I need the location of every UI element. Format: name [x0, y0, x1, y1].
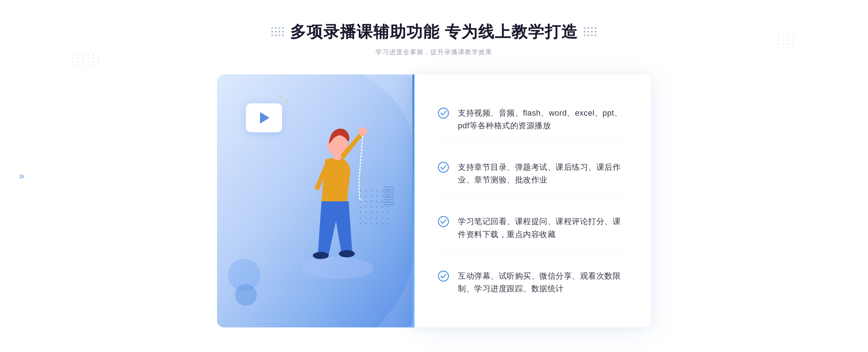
stripe-decoration	[383, 186, 394, 215]
subtitle: 学习进度全掌握，提升录播课教学效果	[375, 48, 492, 56]
accent-bar	[412, 74, 414, 327]
header-section: 多项录播课辅助功能 专为线上教学打造 学习进度全掌握，提升录播课教学效果	[271, 21, 597, 56]
star-decoration-2: ✦	[279, 95, 282, 99]
play-icon	[260, 112, 269, 124]
svg-point-6	[302, 257, 374, 279]
dots-grid-right	[584, 27, 597, 37]
content-area: ✦ ✦	[217, 74, 651, 327]
feature-text-4: 互动弹幕、试听购买、微信分享、观看次数限制、学习进度跟踪、数据统计	[458, 270, 626, 295]
illus-play-bubble	[246, 103, 282, 132]
features-panel: 支持视频、音频、flash、word、excel、ppt、pdf等各种格式的资源…	[412, 74, 651, 327]
check-icon-3	[438, 216, 449, 227]
check-icon-2	[438, 162, 449, 173]
star-decoration-1: ✦	[285, 100, 288, 104]
check-icon-1	[438, 107, 449, 119]
check-icon-4	[438, 270, 449, 282]
svg-point-9	[438, 216, 448, 227]
svg-point-10	[438, 271, 448, 281]
svg-rect-4	[333, 154, 341, 160]
page-wrapper: 多项录播课辅助功能 专为线上教学打造 学习进度全掌握，提升录播课教学效果 »	[0, 7, 868, 345]
feature-text-1: 支持视频、音频、flash、word、excel、ppt、pdf等各种格式的资源…	[458, 107, 626, 132]
svg-point-7	[438, 108, 448, 118]
bg-dots-right	[778, 36, 796, 48]
feature-text-3: 学习笔记回看、课程提问、课程评论打分、课件资料下载，重点内容收藏	[458, 215, 626, 240]
svg-point-5	[358, 127, 367, 136]
title-row: 多项录播课辅助功能 专为线上教学打造	[271, 21, 597, 43]
feature-text-2: 支持章节目录、弹题考试、课后练习、课后作业、章节测验、批改作业	[458, 161, 626, 186]
svg-point-8	[438, 162, 448, 172]
svg-point-3	[339, 250, 355, 257]
dots-grid-left	[271, 27, 284, 37]
main-title: 多项录播课辅助功能 专为线上教学打造	[290, 21, 578, 43]
bg-dots-left	[72, 54, 101, 66]
feature-item-4: 互动弹幕、试听购买、微信分享、观看次数限制、学习进度跟踪、数据统计	[438, 259, 626, 305]
illustration-container: ✦ ✦	[217, 74, 412, 327]
left-chevrons: »	[19, 170, 25, 182]
feature-item-3: 学习笔记回看、课程提问、课程评论打分、课件资料下载，重点内容收藏	[438, 205, 626, 251]
feature-item-1: 支持视频、音频、flash、word、excel、ppt、pdf等各种格式的资源…	[438, 96, 626, 142]
person-illustration	[282, 124, 376, 331]
feature-item-2: 支持章节目录、弹题考试、课后练习、课后作业、章节测验、批改作业	[438, 151, 626, 197]
deco-circle-small	[235, 284, 257, 306]
